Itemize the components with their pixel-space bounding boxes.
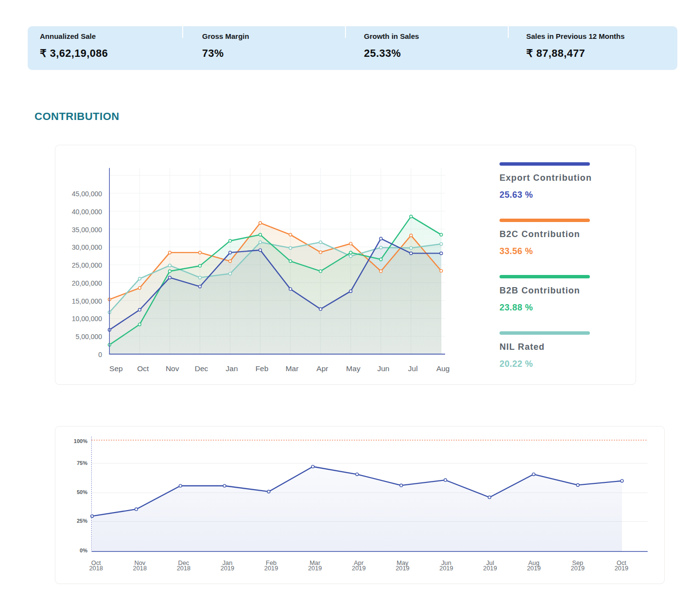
svg-text:2019: 2019 [221, 565, 234, 572]
svg-text:2019: 2019 [439, 565, 453, 572]
svg-text:Jan: Jan [226, 364, 238, 373]
svg-text:2019: 2019 [264, 565, 278, 572]
svg-text:0: 0 [98, 351, 102, 359]
svg-text:Dec: Dec [195, 364, 208, 373]
svg-text:100%: 100% [74, 438, 87, 444]
svg-text:2018: 2018 [177, 565, 190, 572]
svg-text:Oct: Oct [137, 364, 149, 373]
svg-text:75%: 75% [77, 460, 87, 466]
svg-text:2018: 2018 [89, 565, 103, 572]
svg-text:15,00,000: 15,00,000 [72, 297, 102, 305]
svg-text:2019: 2019 [615, 565, 628, 572]
svg-text:2019: 2019 [527, 565, 540, 572]
svg-text:Nov: Nov [166, 364, 179, 373]
svg-text:Jul: Jul [408, 364, 418, 373]
svg-text:May: May [346, 364, 361, 373]
svg-text:Sep: Sep [109, 364, 123, 373]
svg-text:25,00,000: 25,00,000 [72, 261, 102, 269]
svg-text:0%: 0% [80, 548, 87, 553]
svg-text:20,00,000: 20,00,000 [72, 279, 102, 287]
svg-text:35,00,000: 35,00,000 [72, 226, 102, 234]
svg-text:2019: 2019 [308, 565, 322, 572]
svg-text:2019: 2019 [483, 565, 497, 572]
svg-text:10,00,000: 10,00,000 [72, 315, 102, 323]
svg-text:Mar: Mar [286, 364, 299, 373]
svg-text:5,00,000: 5,00,000 [76, 333, 103, 341]
svg-text:50%: 50% [77, 489, 87, 495]
svg-text:Aug: Aug [436, 364, 450, 373]
svg-text:45,00,000: 45,00,000 [72, 190, 102, 198]
svg-text:30,00,000: 30,00,000 [72, 243, 102, 251]
svg-text:Feb: Feb [256, 364, 269, 373]
svg-text:Apr: Apr [316, 364, 328, 373]
svg-text:Jun: Jun [378, 364, 390, 373]
svg-text:2019: 2019 [396, 565, 409, 572]
svg-text:2019: 2019 [571, 565, 585, 572]
svg-text:2019: 2019 [352, 565, 365, 572]
svg-text:40,00,000: 40,00,000 [72, 208, 102, 216]
svg-text:25%: 25% [77, 518, 87, 524]
svg-text:2018: 2018 [133, 565, 147, 572]
